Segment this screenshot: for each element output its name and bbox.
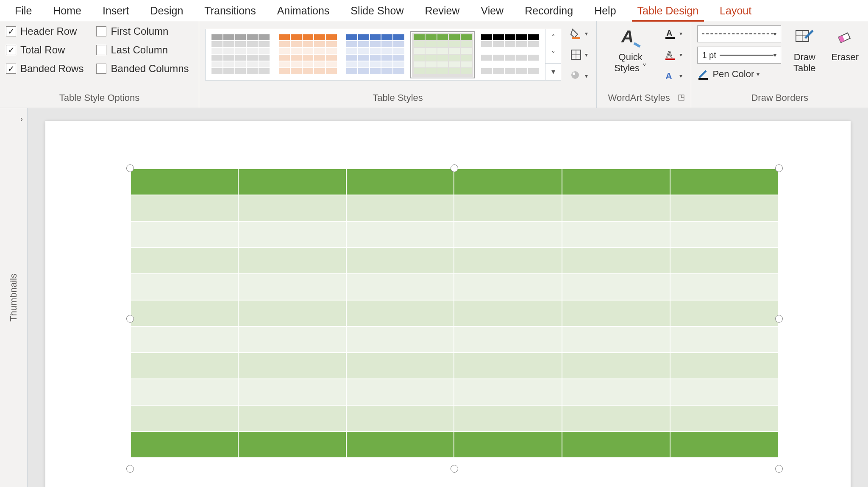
table-cell[interactable] [131, 431, 239, 458]
tab-slideshow[interactable]: Slide Show [340, 0, 414, 21]
table-style-preset-1[interactable] [277, 33, 339, 77]
table-row[interactable] [131, 274, 778, 300]
table-row[interactable] [131, 431, 778, 458]
tab-animations[interactable]: Animations [267, 0, 340, 21]
table-cell[interactable] [131, 379, 239, 405]
table-row[interactable] [131, 326, 778, 353]
table-cell[interactable] [670, 379, 778, 405]
table-cell[interactable] [454, 169, 562, 195]
tab-table-design[interactable]: Table Design [627, 0, 709, 21]
text-outline-button[interactable]: A ▾ [662, 47, 685, 63]
table-cell[interactable] [454, 195, 562, 221]
table-row[interactable] [131, 169, 778, 195]
table-cell[interactable] [346, 300, 454, 326]
table-cell[interactable] [562, 300, 670, 326]
table-cell[interactable] [346, 274, 454, 300]
gallery-more[interactable]: ▾ [545, 64, 561, 80]
table-cell[interactable] [670, 353, 778, 379]
tab-view[interactable]: View [470, 0, 514, 21]
table-cell[interactable] [562, 248, 670, 274]
resize-handle-w[interactable] [126, 315, 134, 323]
table-cell[interactable] [670, 248, 778, 274]
resize-handle-se[interactable] [775, 465, 783, 473]
table-cell[interactable] [346, 379, 454, 405]
chk-header-row[interactable]: Header Row [6, 25, 83, 37]
tab-file[interactable]: File [4, 0, 42, 21]
effects-button[interactable]: ▾ [567, 68, 590, 84]
tab-design[interactable]: Design [140, 0, 194, 21]
tab-home[interactable]: Home [42, 0, 92, 21]
pen-weight-combo[interactable]: 1 pt ▾ [697, 47, 781, 64]
table-cell[interactable] [238, 221, 346, 248]
tab-review[interactable]: Review [414, 0, 470, 21]
table-cell[interactable] [131, 195, 239, 221]
table-cell[interactable] [346, 221, 454, 248]
table-cell[interactable] [670, 405, 778, 431]
tab-recording[interactable]: Recording [514, 0, 584, 21]
table-cell[interactable] [131, 248, 239, 274]
draw-table-button[interactable]: Draw Table [788, 25, 821, 74]
table-cell[interactable] [238, 195, 346, 221]
table-cell[interactable] [131, 326, 239, 353]
table-row[interactable] [131, 195, 778, 221]
table-cell[interactable] [238, 405, 346, 431]
table-cell[interactable] [238, 379, 346, 405]
table-cell[interactable] [670, 300, 778, 326]
gallery-scroll-down[interactable]: ˅ [545, 46, 561, 63]
shading-button[interactable]: ▾ [567, 25, 590, 42]
table-style-preset-4[interactable] [479, 33, 541, 77]
table-row[interactable] [131, 300, 778, 326]
table-row[interactable] [131, 379, 778, 405]
table-cell[interactable] [346, 405, 454, 431]
table-style-preset-0[interactable] [210, 33, 271, 77]
table-row[interactable] [131, 353, 778, 379]
tab-insert[interactable]: Insert [92, 0, 140, 21]
table-cell[interactable] [131, 353, 239, 379]
table-cell[interactable] [454, 379, 562, 405]
resize-handle-ne[interactable] [775, 164, 783, 172]
table-cell[interactable] [562, 169, 670, 195]
table-cell[interactable] [562, 274, 670, 300]
table-cell[interactable] [131, 169, 239, 195]
chk-first-column[interactable]: First Column [96, 25, 189, 37]
resize-handle-nw[interactable] [126, 164, 134, 172]
table-cell[interactable] [238, 326, 346, 353]
table-cell[interactable] [346, 353, 454, 379]
table-cell[interactable] [238, 431, 346, 458]
table-cell[interactable] [346, 169, 454, 195]
table-cell[interactable] [131, 300, 239, 326]
table-cell[interactable] [670, 221, 778, 248]
table-row[interactable] [131, 405, 778, 431]
table-cell[interactable] [670, 431, 778, 458]
chk-banded-rows[interactable]: Banded Rows [6, 63, 83, 75]
table-cell[interactable] [562, 353, 670, 379]
eraser-button[interactable]: Eraser [828, 25, 862, 63]
table-cell[interactable] [454, 353, 562, 379]
table-cell[interactable] [238, 169, 346, 195]
slide[interactable] [45, 121, 851, 487]
table-cell[interactable] [670, 195, 778, 221]
resize-handle-n[interactable] [451, 164, 458, 172]
table-cell[interactable] [670, 326, 778, 353]
table-cell[interactable] [346, 195, 454, 221]
table-cell[interactable] [670, 169, 778, 195]
table-cell[interactable] [346, 248, 454, 274]
tab-layout[interactable]: Layout [709, 0, 762, 21]
slide-table[interactable] [130, 168, 779, 458]
table-cell[interactable] [454, 326, 562, 353]
table-row[interactable] [131, 248, 778, 274]
table-cell[interactable] [670, 274, 778, 300]
table-cell[interactable] [562, 379, 670, 405]
table-cell[interactable] [454, 274, 562, 300]
table-cell[interactable] [454, 248, 562, 274]
table-cell[interactable] [562, 326, 670, 353]
text-effects-button[interactable]: A ▾ [662, 68, 685, 84]
dialog-launcher-icon[interactable]: ◳ [678, 92, 685, 102]
slide-canvas[interactable] [28, 108, 868, 487]
table-row[interactable] [131, 221, 778, 248]
gallery-scroll-up[interactable]: ˄ [545, 29, 561, 46]
table-cell[interactable] [454, 221, 562, 248]
table-cell[interactable] [454, 431, 562, 458]
table-cell[interactable] [562, 405, 670, 431]
table-cell[interactable] [454, 405, 562, 431]
